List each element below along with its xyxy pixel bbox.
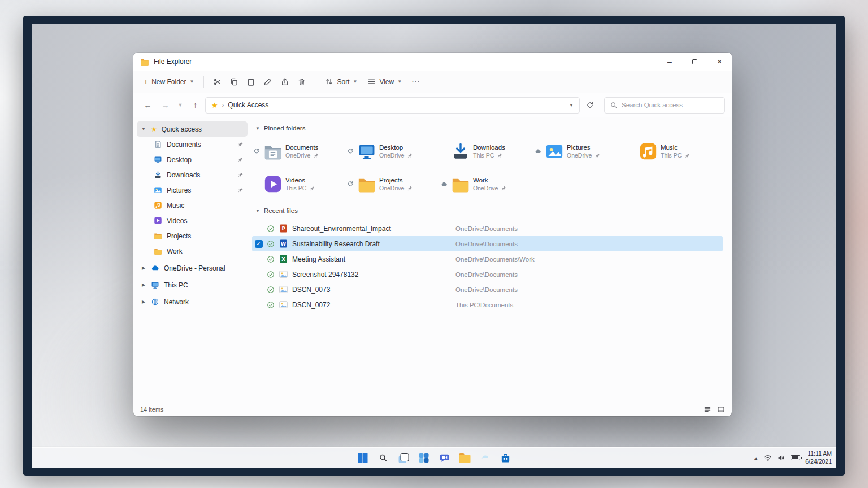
pinned-tile-documents[interactable]: Documents OneDrive [252, 138, 346, 164]
pin-icon [237, 141, 244, 147]
sidebar-item-documents[interactable]: Documents [137, 137, 248, 152]
edge-button[interactable] [478, 450, 493, 465]
pin-icon [313, 152, 319, 159]
close-button[interactable]: × [707, 53, 732, 71]
sidebar-item-onedrive[interactable]: ▶ OneDrive - Personal [137, 260, 248, 276]
this-pc-icon [151, 281, 159, 289]
tray-chevron-up-icon[interactable]: ▲ [753, 455, 758, 461]
sidebar-item-this-pc[interactable]: ▶ This PC [137, 277, 248, 293]
breadcrumb-separator-icon: › [222, 102, 224, 108]
file-row[interactable]: Screenshot 29478132 OneDrive\Documents [252, 267, 723, 282]
chevron-right-icon: ▶ [141, 282, 146, 287]
wifi-icon[interactable] [763, 454, 772, 462]
row-checkbox[interactable]: ✓ [254, 239, 263, 248]
sidebar-item-desktop[interactable]: Desktop [137, 152, 248, 167]
minimize-button[interactable]: – [657, 53, 682, 71]
tile-location: OneDrive [379, 185, 404, 192]
row-checkbox-slot[interactable] [254, 285, 263, 294]
forward-button[interactable]: → [158, 98, 173, 113]
sidebar-item-work[interactable]: Work [137, 243, 248, 259]
volume-icon[interactable] [777, 454, 785, 462]
sidebar-item-music[interactable]: Music [137, 198, 248, 213]
row-checkbox-slot[interactable] [254, 270, 263, 278]
search-icon [610, 101, 618, 109]
sidebar-item-quick-access[interactable]: ▼ ★ Quick access [137, 121, 248, 137]
new-folder-button[interactable]: + New Folder ▼ [139, 75, 198, 89]
taskbar-clock[interactable]: 11:11 AM 6/24/2021 [805, 450, 832, 465]
taskbar-search-button[interactable] [376, 450, 391, 465]
sidebar-item-label: Downloads [167, 171, 200, 179]
search-icon [379, 453, 388, 463]
file-row[interactable]: Meeting Assistant OneDrive\Documents\Wor… [252, 251, 723, 267]
sidebar-item-label: Pictures [167, 186, 191, 194]
widgets-button[interactable] [416, 450, 432, 465]
start-button[interactable] [355, 450, 371, 465]
file-row-selected[interactable]: ✓ Sustainability Research Draft OneDrive… [252, 236, 723, 251]
file-name: Sustainability Research Draft [292, 240, 452, 248]
image-file-icon [279, 269, 288, 279]
system-tray: ▲ 11:11 AM 6/24/2021 [753, 448, 832, 468]
share-button[interactable] [277, 74, 293, 90]
sidebar-item-label: Videos [167, 217, 187, 225]
delete-button[interactable] [294, 74, 310, 90]
file-explorer-button[interactable] [457, 450, 472, 465]
row-checkbox-slot[interactable] [254, 300, 263, 309]
row-checkbox-slot[interactable] [254, 255, 263, 263]
pinned-tile-projects[interactable]: Projects OneDrive [346, 171, 440, 197]
maximize-button[interactable] [682, 53, 707, 71]
view-button[interactable]: View ▼ [363, 75, 406, 89]
content-pane: ▼ Pinned folders Documents OneDrive [251, 117, 732, 402]
check-circle-icon [267, 271, 275, 278]
paste-button[interactable] [243, 74, 259, 90]
recent-files-header[interactable]: ▼ Recent files [255, 207, 723, 214]
up-button[interactable]: ↑ [188, 98, 203, 113]
row-checkbox-slot[interactable] [254, 224, 263, 233]
pinned-folders-header[interactable]: ▼ Pinned folders [255, 125, 723, 132]
file-row[interactable]: Shareout_Environmental_Impact OneDrive\D… [252, 221, 723, 236]
check-circle-icon [267, 225, 275, 233]
chevron-down-icon: ▼ [190, 79, 194, 84]
sidebar-item-pictures[interactable]: Pictures [137, 182, 248, 198]
breadcrumb[interactable]: ★ › Quick Access ▼ [205, 97, 580, 114]
search-input[interactable] [622, 102, 719, 108]
refresh-button[interactable] [582, 98, 597, 113]
videos-icon [154, 216, 162, 225]
search-box[interactable] [604, 97, 725, 114]
chat-button[interactable] [437, 450, 452, 465]
rename-button[interactable] [260, 74, 276, 90]
quick-access-star-icon: ★ [151, 125, 157, 133]
folder-icon [154, 232, 162, 240]
large-icons-view-icon[interactable] [717, 406, 725, 413]
battery-icon[interactable] [791, 455, 800, 460]
back-button[interactable]: ← [140, 98, 155, 113]
pinned-tile-downloads[interactable]: Downloads This PC [440, 138, 533, 164]
pinned-tile-desktop[interactable]: Desktop OneDrive [346, 138, 440, 164]
titlebar[interactable]: File Explorer – × [133, 53, 732, 71]
sidebar-item-network[interactable]: ▶ Network [137, 294, 248, 310]
copy-button[interactable] [226, 74, 242, 90]
task-view-button[interactable] [396, 450, 411, 465]
sidebar-item-videos[interactable]: Videos [137, 213, 248, 228]
chat-icon [439, 452, 450, 464]
file-location: This PC\Documents [455, 302, 513, 308]
address-dropdown-icon[interactable]: ▼ [569, 103, 574, 108]
pinned-tile-pictures[interactable]: Pictures OneDrive [533, 138, 627, 164]
recent-locations-button[interactable]: ▼ [175, 98, 185, 113]
pinned-tile-music[interactable]: Music This PC [627, 138, 721, 164]
details-view-icon[interactable] [704, 406, 711, 413]
chevron-down-icon: ▼ [141, 127, 146, 132]
more-options-button[interactable]: ⋯ [407, 74, 423, 90]
file-row[interactable]: DSCN_0073 OneDrive\Documents [252, 282, 723, 297]
file-row[interactable]: DSCN_0072 This PC\Documents [252, 297, 723, 312]
breadcrumb-root[interactable]: Quick Access [228, 101, 268, 109]
store-button[interactable] [498, 450, 513, 465]
chevron-right-icon: ▶ [141, 299, 146, 304]
pinned-tile-work[interactable]: Work OneDrive [440, 171, 533, 197]
sort-button[interactable]: Sort ▼ [320, 75, 362, 89]
cut-button[interactable] [209, 74, 225, 90]
pinned-tile-videos[interactable]: Videos This PC [252, 171, 346, 197]
tile-location: OneDrive [379, 152, 404, 159]
sidebar-item-downloads[interactable]: Downloads [137, 167, 248, 182]
sort-label: Sort [337, 78, 349, 86]
sidebar-item-projects[interactable]: Projects [137, 228, 248, 243]
